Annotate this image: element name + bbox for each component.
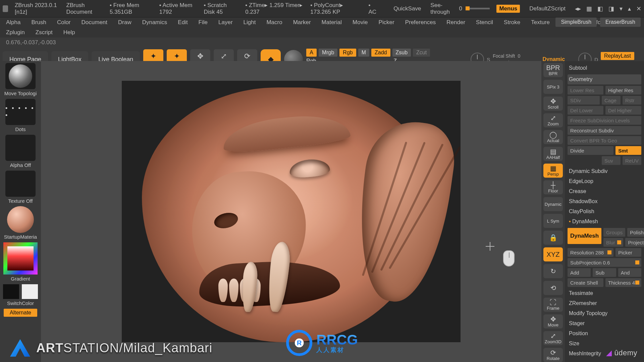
quicksave-button[interactable]: QuickSave — [391, 5, 424, 13]
menu-marker[interactable]: Marker — [293, 19, 311, 26]
menu-dynamics[interactable]: Dynamics — [142, 19, 167, 26]
rail-move[interactable]: ✥Move — [543, 314, 563, 328]
rail-spix-3[interactable]: SPix 3 — [543, 80, 563, 94]
eraserbrush-pill[interactable]: EraserBrush — [600, 17, 641, 27]
rgb-toggle[interactable]: Rgb — [339, 49, 356, 57]
rail-⟲[interactable]: ⟲ — [543, 281, 563, 295]
project-toggle[interactable]: Project — [625, 238, 644, 247]
smt-toggle[interactable]: Smt — [615, 146, 641, 155]
crease-section[interactable]: Crease — [568, 186, 641, 196]
subprojection-field[interactable]: SubProjection 0.6 — [568, 258, 641, 267]
cage-toggle[interactable]: Cage — [602, 96, 621, 105]
rail-bpr[interactable]: BPRBPR — [543, 63, 563, 77]
menu-preferences[interactable]: Preferences — [405, 19, 436, 26]
freeze-subdiv-button[interactable]: Freeze SubDivision Levels — [568, 116, 641, 125]
dynamesh-button[interactable]: DynaMesh — [568, 228, 601, 244]
rail-rotate[interactable]: ⟳Rotate — [543, 348, 563, 362]
close-icon[interactable]: ✕ — [636, 5, 641, 12]
rstr-toggle[interactable]: Rstr — [623, 96, 641, 105]
swatch-white[interactable] — [22, 284, 38, 299]
swatch-black[interactable] — [3, 284, 19, 299]
add-button[interactable]: Add — [568, 268, 591, 277]
menu-color[interactable]: Color — [57, 19, 71, 26]
simplebrush-pill[interactable]: SimpleBrush — [555, 17, 597, 27]
menu-edit[interactable]: Edit — [178, 19, 187, 26]
geometry-section[interactable]: Geometry — [568, 74, 641, 84]
rail-actual[interactable]: ◯Actual — [543, 130, 563, 144]
polish-toggle[interactable]: Polish — [627, 228, 644, 237]
replaylast-button[interactable]: ReplayLast — [601, 52, 634, 60]
tessimate-section[interactable]: Tessimate — [568, 288, 641, 298]
material-thumb[interactable] — [5, 206, 36, 233]
menu-stroke[interactable]: Stroke — [504, 19, 520, 26]
rail-persp[interactable]: ▦Persp — [543, 164, 563, 178]
thickness-field[interactable]: Thickness 4 — [605, 278, 641, 287]
reuv-toggle[interactable]: ReUV — [623, 156, 641, 165]
position-section[interactable]: Position — [568, 328, 641, 339]
menu-movie[interactable]: Movie — [353, 19, 368, 26]
modify-topology-section[interactable]: Modify Topology — [568, 308, 641, 318]
brush-thumb[interactable] — [5, 63, 36, 89]
del-lower-button[interactable]: Del Lower — [568, 106, 603, 115]
menu-zplugin[interactable]: Zplugin — [6, 29, 25, 36]
rail-zoom3d[interactable]: ⤢Zoom3D — [543, 331, 563, 345]
zsub-toggle[interactable]: Zsub — [392, 49, 411, 57]
zremesher-section[interactable]: ZRemesher — [568, 298, 641, 308]
menu-file[interactable]: File — [199, 19, 208, 26]
edgeloop-section[interactable]: EdgeLoop — [568, 176, 641, 186]
rail-↻[interactable]: ↻ — [543, 264, 563, 278]
menu-texture[interactable]: Texture — [531, 19, 550, 26]
del-higher-button[interactable]: Del Higher — [605, 106, 641, 115]
size-section[interactable]: Size — [568, 339, 641, 349]
menu-document[interactable]: Document — [82, 19, 107, 26]
zadd-toggle[interactable]: Zadd — [371, 49, 390, 57]
collapse-icon[interactable]: ◂▸ — [575, 5, 581, 12]
menu-brush[interactable]: Brush — [31, 19, 46, 26]
rail-scroll[interactable]: ✥Scroll — [543, 97, 563, 111]
shadowbox-section[interactable]: ShadowBox — [568, 196, 641, 206]
grid-icon[interactable]: ▦ — [586, 5, 592, 12]
stager-section[interactable]: Stager — [568, 318, 641, 328]
rail-dynamic[interactable]: Dynamic — [543, 197, 563, 211]
alpha-thumb[interactable] — [5, 135, 36, 161]
claypolish-section[interactable]: ClayPolish — [568, 206, 641, 217]
suv-toggle[interactable]: Suv — [602, 156, 621, 165]
m-toggle[interactable]: M — [358, 49, 369, 57]
mrgb-toggle[interactable]: Mrgb — [319, 49, 337, 57]
seethrough-slider[interactable] — [466, 8, 490, 9]
zcut-toggle[interactable]: Zcut — [413, 49, 430, 57]
menu-help[interactable]: Help — [63, 29, 75, 36]
a-toggle[interactable]: A — [306, 49, 317, 57]
create-shell-button[interactable]: Create Shell — [568, 278, 603, 287]
menu-stencil[interactable]: Stencil — [476, 19, 493, 26]
window-left-icon[interactable]: ◧ — [597, 5, 603, 12]
rail-🔒[interactable]: 🔒 — [543, 231, 563, 245]
stroke-thumb[interactable] — [5, 99, 36, 125]
blur-field[interactable]: Blur — [603, 238, 623, 247]
and-button[interactable]: And — [618, 268, 641, 277]
sdiv-field[interactable]: SDiv — [568, 96, 600, 105]
groups-toggle[interactable]: Groups — [603, 228, 625, 237]
menu-zscript[interactable]: Zscript — [36, 29, 53, 36]
reconstruct-subdiv-button[interactable]: Reconstruct Subdiv — [568, 126, 641, 135]
rail-aahalf[interactable]: ▤AAHalf — [543, 147, 563, 161]
menu-light[interactable]: Light — [244, 19, 256, 26]
rail-zoom[interactable]: ⤢Zoom — [543, 113, 563, 127]
rail-frame[interactable]: ⛶Frame — [543, 298, 563, 312]
window-right-icon[interactable]: ◨ — [608, 5, 614, 12]
picker-button[interactable]: Picker — [615, 248, 641, 257]
menu-material[interactable]: Material — [322, 19, 342, 26]
divide-button[interactable]: Divide — [568, 146, 613, 155]
default-zscript[interactable]: DefaultZScript — [527, 5, 568, 13]
lower-res-button[interactable]: Lower Res — [568, 86, 603, 95]
rail-l-sym[interactable]: L Sym — [543, 214, 563, 228]
minimize-icon[interactable]: ▾ — [620, 5, 623, 12]
rail-floor[interactable]: ┼Floor — [543, 180, 563, 194]
menu-alpha[interactable]: Alpha — [6, 19, 20, 26]
resolution-field[interactable]: Resolution 288 — [568, 248, 613, 257]
menu-render[interactable]: Render — [446, 19, 465, 26]
alternate-button[interactable]: Alternate — [4, 309, 37, 317]
convert-bpr-button[interactable]: Convert BPR To Geo — [568, 136, 641, 145]
color-picker[interactable] — [3, 242, 38, 275]
maximize-icon[interactable]: ▴ — [628, 5, 631, 12]
